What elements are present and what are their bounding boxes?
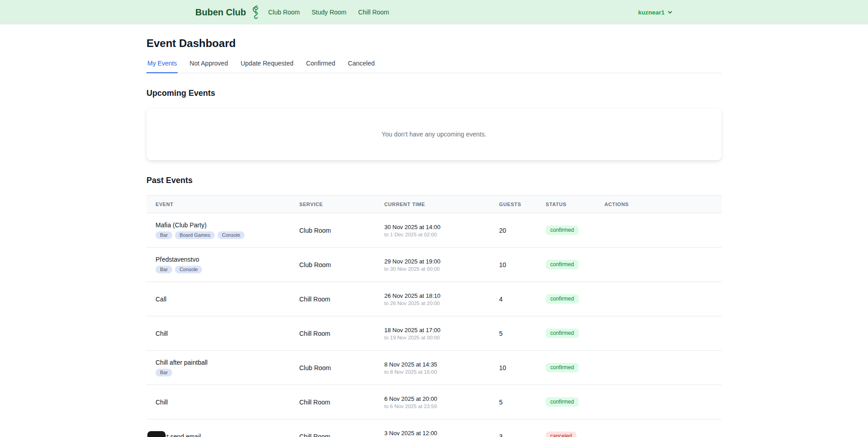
event-name: Chill after paintball [156, 359, 299, 366]
nav-link-study-room[interactable]: Study Room [311, 9, 346, 16]
event-time-end: to 26 Nov 2025 at 20:00 [384, 301, 499, 306]
tab-canceled[interactable]: Canceled [347, 60, 376, 73]
event-tag: Console [175, 266, 202, 273]
event-name: Představenstvo [156, 256, 299, 263]
event-status-cell: confirmed [546, 397, 604, 407]
past-events-title: Past Events [146, 176, 722, 185]
event-time-start: 3 Nov 2025 at 12:00 [384, 430, 499, 437]
event-status-cell: confirmed [546, 260, 604, 270]
event-service: Chill Room [299, 433, 384, 437]
event-tag: Bar [156, 369, 172, 376]
club-logo-icon [250, 5, 262, 20]
event-guests: 20 [499, 227, 546, 234]
event-service: Chill Room [299, 296, 384, 303]
navbar-inner: Buben Club Club Room Study Room Chill Ro… [174, 5, 694, 20]
event-cell: TEst send email [156, 433, 299, 437]
event-time-cell: 3 Nov 2025 at 12:00 to 3 Nov 2025 at 17:… [384, 430, 499, 437]
column-header-actions: ACTIONS [604, 202, 722, 207]
event-time-end: to 30 Nov 2025 at 00:00 [384, 266, 499, 272]
event-time-end: to 1 Dec 2025 at 02:00 [384, 232, 499, 237]
past-events-table: EVENT SERVICE CURRENT TIME GUESTS STATUS… [146, 195, 722, 437]
event-guests: 10 [499, 261, 546, 268]
user-name: kuznear1 [638, 9, 665, 16]
event-service: Club Room [299, 364, 384, 371]
nav-link-club-room[interactable]: Club Room [268, 9, 300, 16]
event-service: Club Room [299, 261, 384, 268]
column-header-current-time: CURRENT TIME [384, 202, 499, 207]
event-time-start: 18 Nov 2025 at 17:00 [384, 327, 499, 334]
event-cell: Call [156, 296, 299, 303]
event-guests: 3 [499, 433, 546, 437]
column-header-service: SERVICE [299, 202, 384, 207]
event-cell: Chill [156, 330, 299, 337]
tabs: My EventsNot ApprovedUpdate RequestedCon… [146, 60, 722, 73]
event-guests: 5 [499, 399, 546, 406]
tab-update-requested[interactable]: Update Requested [240, 60, 294, 73]
event-service: Chill Room [299, 399, 384, 406]
event-time-cell: 26 Nov 2025 at 18:10 to 26 Nov 2025 at 2… [384, 292, 499, 306]
column-header-status: STATUS [546, 202, 604, 207]
upcoming-events-empty-card: You don't have any upcoming events. [146, 108, 722, 160]
status-badge: confirmed [546, 329, 579, 338]
event-guests: 5 [499, 330, 546, 337]
status-badge: canceled [546, 432, 576, 437]
event-tag: Board Games [175, 231, 215, 239]
tab-confirmed[interactable]: Confirmed [305, 60, 336, 73]
status-badge: confirmed [546, 294, 579, 304]
main-content: Event Dashboard My EventsNot ApprovedUpd… [146, 37, 722, 437]
column-header-guests: GUESTS [499, 202, 546, 207]
event-name: Mafia (Club Party) [156, 221, 299, 229]
event-service: Chill Room [299, 330, 384, 337]
table-row: Chill Chill Room 18 Nov 2025 at 17:00 to… [146, 316, 722, 351]
nav-link-chill-room[interactable]: Chill Room [358, 9, 389, 16]
tab-not-approved[interactable]: Not Approved [189, 60, 229, 73]
upcoming-events-title: Upcoming Events [146, 89, 722, 98]
event-cell: Mafia (Club Party) BarBoard GamesConsole [156, 221, 299, 239]
event-time-start: 8 Nov 2025 at 14:35 [384, 361, 499, 368]
table-row: Call Chill Room 26 Nov 2025 at 18:10 to … [146, 282, 722, 316]
column-header-event: EVENT [156, 202, 299, 207]
event-time-cell: 30 Nov 2025 at 14:00 to 1 Dec 2025 at 02… [384, 224, 499, 237]
event-time-cell: 8 Nov 2025 at 14:35 to 8 Nov 2025 at 16:… [384, 361, 499, 375]
upcoming-events-empty-message: You don't have any upcoming events. [382, 131, 486, 138]
event-service: Club Room [299, 227, 384, 234]
event-time-cell: 18 Nov 2025 at 17:00 to 19 Nov 2025 at 0… [384, 327, 499, 340]
tab-my-events[interactable]: My Events [146, 60, 178, 73]
event-time-start: 6 Nov 2025 at 20:00 [384, 395, 499, 402]
event-time-end: to 8 Nov 2025 at 16:00 [384, 369, 499, 375]
chevron-down-icon [667, 9, 673, 15]
event-guests: 4 [499, 296, 546, 303]
table-row: Chill after paintball Bar Club Room 8 No… [146, 351, 722, 385]
event-tag: Bar [156, 266, 172, 273]
event-name: Call [156, 296, 299, 303]
event-time-end: to 6 Nov 2025 at 23:59 [384, 404, 499, 409]
event-time-start: 29 Nov 2025 at 19:00 [384, 258, 499, 265]
status-badge: confirmed [546, 397, 579, 407]
event-tags: Bar [156, 369, 299, 376]
event-name: TEst send email [156, 433, 299, 437]
event-guests: 10 [499, 364, 546, 371]
page-title: Event Dashboard [146, 37, 722, 50]
dev-tools-badge[interactable] [147, 431, 165, 437]
event-status-cell: confirmed [546, 226, 604, 235]
table-header-row: EVENT SERVICE CURRENT TIME GUESTS STATUS… [146, 195, 722, 213]
brand-link[interactable]: Buben Club [195, 7, 246, 18]
event-tag: Console [217, 231, 245, 239]
user-menu-button[interactable]: kuznear1 [638, 9, 673, 16]
nav-links: Club Room Study Room Chill Room [268, 9, 389, 16]
event-status-cell: confirmed [546, 329, 604, 338]
event-cell: Představenstvo BarConsole [156, 256, 299, 273]
event-status-cell: confirmed [546, 363, 604, 373]
table-body: Mafia (Club Party) BarBoard GamesConsole… [146, 213, 722, 437]
table-row: Představenstvo BarConsole Club Room 29 N… [146, 248, 722, 282]
event-cell: Chill after paintball Bar [156, 359, 299, 376]
event-name: Chill [156, 330, 299, 337]
event-tags: BarBoard GamesConsole [156, 231, 299, 239]
viewport: Buben Club Club Room Study Room Chill Ro… [0, 0, 868, 437]
event-name: Chill [156, 399, 299, 406]
table-row: TEst send email Chill Room 3 Nov 2025 at… [146, 419, 722, 437]
event-tag: Bar [156, 231, 172, 239]
table-row: Chill Chill Room 6 Nov 2025 at 20:00 to … [146, 385, 722, 419]
event-time-start: 26 Nov 2025 at 18:10 [384, 292, 499, 299]
status-badge: confirmed [546, 226, 579, 235]
